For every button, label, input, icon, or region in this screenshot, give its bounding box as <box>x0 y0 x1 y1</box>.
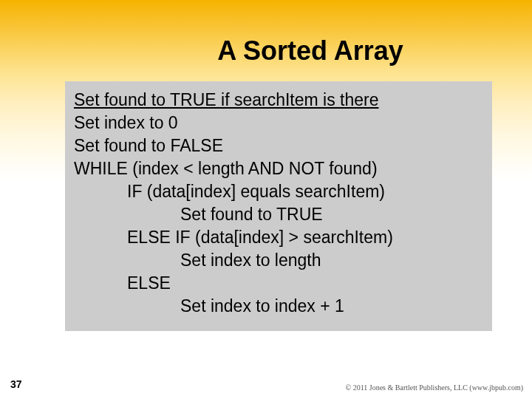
page-number: 37 <box>10 378 22 390</box>
copyright-text: © 2011 Jones & Bartlett Publishers, LLC … <box>346 383 523 392</box>
pseudocode-block: Set found to TRUE if searchItem is there… <box>65 81 492 331</box>
code-line: Set index to length <box>74 249 483 272</box>
code-line: Set found to FALSE <box>74 134 483 157</box>
code-line: Set index to index + 1 <box>74 295 483 318</box>
code-line-lead: Set found to TRUE if searchItem is there <box>74 89 483 112</box>
code-line: Set found to TRUE <box>74 203 483 226</box>
slide-title: A Sorted Array <box>0 0 532 81</box>
code-line: ELSE <box>74 272 483 295</box>
code-line: IF (data[index] equals searchItem) <box>74 180 483 203</box>
code-line: ELSE IF (data[index] > searchItem) <box>74 226 483 249</box>
code-line: Set index to 0 <box>74 112 483 134</box>
code-line: WHILE (index < length AND NOT found) <box>74 157 483 180</box>
